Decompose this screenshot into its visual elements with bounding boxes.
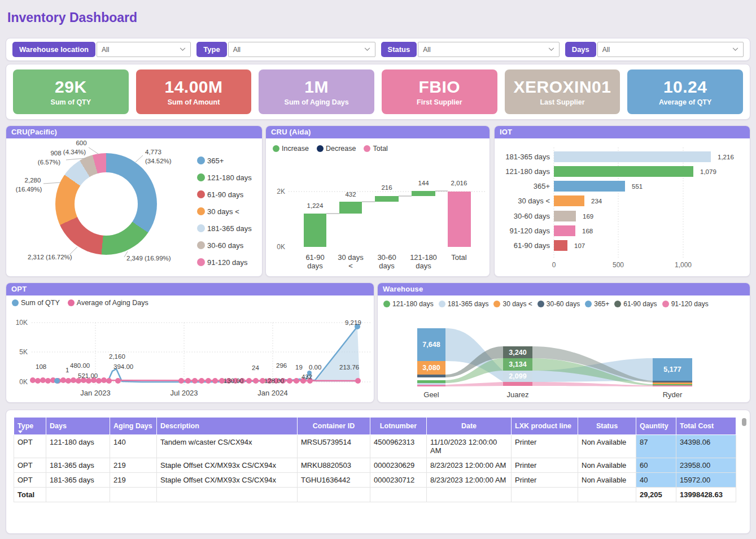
cell-days[interactable]: 181-365 days [46, 473, 110, 488]
kpi-label: Sum of Aging Days [285, 98, 349, 106]
cell-lxk-product-line[interactable]: Printer [512, 435, 578, 458]
waterfall-bar-61-90[interactable] [304, 214, 326, 247]
column-header-container-id[interactable]: Container ID [298, 418, 370, 435]
cell-description[interactable]: Staple Offset CX/MX93x CS/CX94x [157, 458, 298, 473]
kpi-value: 10.24 [663, 77, 707, 97]
warehouse-location-dropdown[interactable]: All [97, 42, 191, 57]
cell-aging-days[interactable]: 219 [110, 473, 157, 488]
cell-lotnumber[interactable]: 0000230629 [370, 458, 427, 473]
callout-value: 4,773 [145, 149, 161, 155]
category-label: 365+ [534, 182, 550, 190]
cell-description[interactable]: Tandem w/caster CS/CX94x [157, 435, 298, 458]
column-header-status[interactable]: Status [578, 418, 636, 435]
cell-status[interactable]: Non Available [578, 473, 636, 488]
x-tick: Jan 2023 [80, 389, 111, 397]
waterfall-bar-total[interactable] [448, 192, 471, 247]
cell-lotnumber[interactable]: 4500962313 [370, 435, 427, 458]
filter-status: Status All [381, 42, 560, 57]
cell-lxk-product-line[interactable]: Printer [512, 473, 578, 488]
cell-qauntity[interactable]: 40 [636, 473, 676, 488]
iot-bar-365plus[interactable] [554, 181, 625, 192]
cell-type[interactable]: OPT [14, 435, 46, 458]
kpi-average-of-qty: 10.24 Average of QTY [627, 69, 743, 114]
column-header-total-cost[interactable]: Total Cost [676, 418, 736, 435]
column-header-description[interactable]: Description [157, 418, 298, 435]
legend-item[interactable]: 121-180 days [197, 169, 252, 186]
kpi-label: Sum of QTY [51, 98, 91, 106]
iot-bar-121-180[interactable] [554, 166, 693, 177]
legend-item[interactable]: 91-120 days [197, 254, 252, 271]
point-label: 521.00 [78, 372, 98, 379]
legend-item[interactable]: 365+ [197, 152, 252, 169]
iot-bar-30-less[interactable] [554, 195, 584, 206]
cell-aging-days[interactable]: 219 [110, 458, 157, 473]
cell-qauntity[interactable]: 87 [636, 435, 676, 458]
iot-bar-30-60[interactable] [554, 211, 576, 221]
type-dropdown[interactable]: All [228, 42, 375, 57]
table-row[interactable]: OPT 181-365 days 219 Staple Offset CX/MX… [14, 458, 736, 473]
cell-lxk-product-line[interactable]: Printer [512, 458, 578, 473]
chevron-down-icon[interactable] [732, 47, 738, 51]
cell-description[interactable]: Staple Offset CX/MX93x CS/CX94x [157, 473, 298, 488]
cell-total-cost[interactable]: 23958.00 [676, 458, 736, 473]
cell-days[interactable]: 121-180 days [46, 435, 110, 458]
warehouse-panel: Warehouse 121-180 days 181-365 days 30 d… [377, 282, 750, 403]
sankey-node-geel[interactable] [417, 328, 445, 386]
cell-lotnumber[interactable]: 0000230712 [370, 473, 427, 488]
legend-item[interactable]: 30 days < [197, 203, 252, 220]
point-label: 213.76 [339, 364, 359, 371]
legend-item[interactable]: 61-90 days [197, 186, 252, 203]
legend-label: 181-365 days [207, 224, 252, 233]
cell-date[interactable]: 11/10/2023 12:00:00 AM [427, 435, 512, 458]
column-header-date[interactable]: Date [427, 418, 512, 435]
cell-status[interactable]: Non Available [578, 435, 636, 458]
column-header-aging-days[interactable]: Aging Days [110, 418, 157, 435]
legend-item[interactable]: 30-60 days [197, 237, 252, 254]
legend-label: 61-90 days [207, 190, 243, 199]
legend-item[interactable]: 181-365 days [197, 220, 252, 237]
x-tick: 30 days [338, 253, 364, 262]
column-header-qauntity[interactable]: Qauntity [636, 418, 676, 435]
chevron-down-icon[interactable] [364, 47, 370, 51]
cell-total-cost[interactable]: 15972.00 [676, 473, 736, 488]
column-header-lotnumber[interactable]: Lotnumber [370, 418, 427, 435]
column-header-days[interactable]: Days [46, 418, 110, 435]
iot-bar-61-90[interactable] [554, 240, 567, 251]
x-tick: 500 [613, 261, 624, 269]
waterfall-bar-121-180[interactable] [412, 191, 435, 196]
chevron-down-icon[interactable] [180, 47, 186, 51]
days-dropdown[interactable]: All [597, 42, 744, 57]
filter-warehouse-location: Warehouse location All [12, 42, 191, 57]
cell-date[interactable]: 8/23/2023 12:00:00 AM [427, 473, 512, 488]
iot-bar-91-120[interactable] [554, 225, 575, 236]
cell-qauntity[interactable]: 60 [636, 458, 676, 473]
node-value: 5,177 [663, 366, 681, 373]
cell-type[interactable]: OPT [14, 473, 46, 488]
kpi-sum-of-qty: 29K Sum of QTY [13, 69, 129, 114]
cell-date[interactable]: 8/23/2023 12:00:00 AM [427, 458, 512, 473]
waterfall-bar-30-60[interactable] [375, 196, 399, 202]
table-scrollbar-thumb[interactable] [742, 418, 746, 426]
empty-cell [157, 488, 298, 502]
cell-status[interactable]: Non Available [578, 458, 636, 473]
point-label: 130.00 [224, 377, 243, 384]
cell-container-id[interactable]: TGHU1636442 [298, 473, 370, 488]
opt-panel: OPT Sum of QTY Average of Aging Days 10K… [6, 282, 374, 403]
donut-chart[interactable] [55, 153, 157, 255]
waterfall-bar-30-less[interactable] [339, 202, 362, 214]
cell-days[interactable]: 181-365 days [46, 458, 110, 473]
sort-descending-icon [18, 431, 23, 433]
column-header-lxk-product-line[interactable]: LXK product line [512, 418, 578, 435]
table-row[interactable]: OPT 121-180 days 140 Tandem w/caster CS/… [14, 435, 736, 458]
cell-container-id[interactable]: MRSU5739514 [298, 435, 370, 458]
status-dropdown[interactable]: All [418, 42, 560, 57]
kpi-label: Sum of Amount [168, 98, 220, 106]
cell-aging-days[interactable]: 140 [110, 435, 157, 458]
cell-total-cost[interactable]: 34398.06 [676, 435, 736, 458]
chevron-down-icon[interactable] [548, 47, 554, 51]
column-header-type[interactable]: Type [14, 418, 46, 435]
table-row[interactable]: OPT 181-365 days 219 Staple Offset CX/MX… [14, 473, 736, 488]
iot-bar-181-365[interactable] [554, 151, 711, 162]
cell-container-id[interactable]: MRKU8820503 [298, 458, 370, 473]
cell-type[interactable]: OPT [14, 458, 46, 473]
